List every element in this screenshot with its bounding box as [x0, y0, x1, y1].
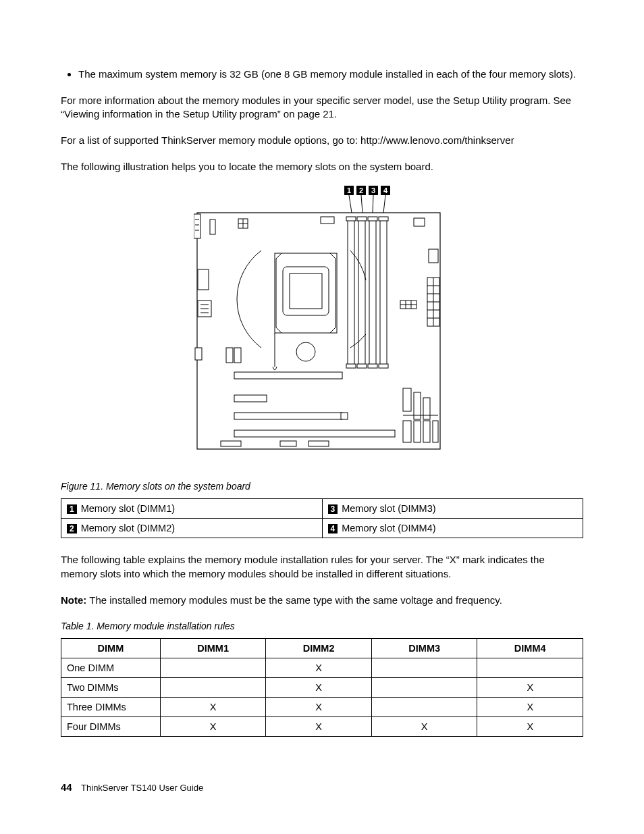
thinkserver-link[interactable]: http://www.lenovo.com/thinkserver	[360, 134, 514, 146]
paragraph-illustration-intro: The following illustration helps you to …	[61, 160, 583, 174]
svg-rect-67	[308, 441, 329, 446]
rules-cell	[160, 658, 266, 677]
svg-rect-29	[368, 217, 377, 221]
figure-caption: Figure 11. Memory slots on the system bo…	[61, 480, 583, 493]
system-board-diagram: 1 2 3 4	[194, 186, 450, 456]
svg-rect-24	[358, 218, 365, 367]
table-caption: Table 1. Memory module installation rule…	[61, 620, 583, 633]
svg-rect-21	[321, 217, 334, 224]
svg-rect-47	[234, 348, 241, 363]
svg-line-11	[383, 195, 385, 213]
svg-rect-34	[379, 364, 388, 368]
chip-number: 4	[328, 524, 338, 533]
table-row: One DIMM X	[61, 658, 583, 677]
bullet-item: The maximum system memory is 32 GB (one …	[78, 68, 583, 82]
svg-line-8	[349, 195, 352, 213]
svg-rect-62	[234, 413, 342, 419]
paragraph-more-info: For more information about the memory mo…	[61, 94, 583, 122]
table-row: Three DIMMs X X X	[61, 697, 583, 716]
rules-header: DIMM4	[477, 638, 583, 658]
rules-cell: Two DIMMs	[61, 677, 161, 697]
svg-rect-64	[234, 430, 395, 437]
svg-rect-32	[357, 364, 367, 368]
svg-rect-63	[341, 413, 348, 419]
svg-rect-46	[226, 348, 233, 363]
svg-rect-60	[234, 372, 342, 379]
svg-text:3: 3	[371, 186, 375, 194]
svg-rect-27	[346, 217, 356, 221]
callouts-table: 1 Memory slot (DIMM1) 3 Memory slot (DIM…	[61, 498, 583, 538]
svg-rect-26	[380, 218, 387, 367]
rules-cell: X	[266, 658, 372, 677]
svg-rect-13	[194, 214, 200, 238]
callout-label: Memory slot (DIMM3)	[342, 503, 435, 514]
rules-cell: X	[477, 697, 583, 716]
svg-rect-66	[280, 441, 296, 446]
svg-rect-72	[414, 421, 421, 442]
rules-header: DIMM	[61, 638, 161, 658]
callout-label: Memory slot (DIMM1)	[81, 503, 175, 514]
rules-cell	[160, 677, 266, 697]
svg-line-9	[361, 195, 363, 213]
paragraph-list-options: For a list of supported ThinkServer memo…	[61, 134, 583, 148]
callout-label: Memory slot (DIMM2)	[81, 523, 175, 533]
rules-cell: X	[266, 677, 372, 697]
figure-system-board: 1 2 3 4	[61, 186, 583, 460]
chip-number: 1	[67, 504, 77, 514]
svg-rect-48	[429, 249, 438, 263]
svg-rect-30	[379, 217, 388, 221]
rules-cell: X	[266, 697, 372, 716]
svg-rect-25	[369, 218, 376, 367]
document-page: The maximum system memory is 32 GB (one …	[0, 0, 644, 834]
chip-number: 3	[328, 504, 338, 514]
callout-label: Memory slot (DIMM4)	[342, 523, 435, 533]
page-number: 44	[61, 781, 72, 793]
svg-rect-65	[221, 441, 241, 446]
svg-rect-73	[423, 421, 430, 442]
callout-cell: 2 Memory slot (DIMM2)	[61, 519, 323, 538]
rules-header: DIMM1	[160, 638, 266, 658]
rules-cell	[371, 677, 477, 697]
rules-cell: X	[477, 716, 583, 736]
page-footer: 44 ThinkServer TS140 User Guide	[61, 781, 203, 795]
callout-cell: 3 Memory slot (DIMM3)	[322, 499, 583, 519]
svg-line-10	[373, 195, 373, 213]
rules-cell: X	[477, 677, 583, 697]
callout-cell: 1 Memory slot (DIMM1)	[61, 499, 323, 519]
svg-text:2: 2	[359, 186, 363, 194]
rules-cell: X	[160, 716, 266, 736]
rules-cell	[371, 697, 477, 716]
rules-table: DIMM DIMM1 DIMM2 DIMM3 DIMM4 One DIMM X …	[61, 638, 583, 737]
svg-rect-70	[423, 398, 430, 419]
text: For a list of supported ThinkServer memo…	[61, 134, 360, 146]
note-paragraph: Note: The installed memory modules must …	[61, 594, 583, 608]
svg-rect-40	[198, 269, 209, 290]
svg-rect-31	[346, 364, 356, 368]
svg-text:1: 1	[347, 186, 351, 194]
svg-rect-61	[234, 395, 267, 402]
rules-cell: Four DIMMs	[61, 716, 161, 736]
table-row: Four DIMMs X X X X	[61, 716, 583, 736]
note-text: The installed memory modules must be the…	[86, 594, 502, 606]
rules-header: DIMM3	[371, 638, 477, 658]
rules-cell: One DIMM	[61, 658, 161, 677]
bullet-list: The maximum system memory is 32 GB (one …	[61, 68, 583, 82]
svg-rect-74	[433, 421, 438, 442]
rules-cell	[371, 658, 477, 677]
svg-rect-17	[210, 219, 215, 234]
chip-number: 2	[67, 524, 77, 533]
footer-text: ThinkServer TS140 User Guide	[81, 783, 203, 793]
svg-rect-22	[414, 218, 425, 226]
svg-rect-33	[368, 364, 377, 368]
table-row: Two DIMMs X X	[61, 677, 583, 697]
rules-header: DIMM2	[266, 638, 372, 658]
note-label: Note:	[61, 594, 86, 606]
paragraph-table-intro: The following table explains the memory …	[61, 553, 583, 581]
svg-rect-23	[348, 218, 354, 367]
rules-cell	[477, 658, 583, 677]
svg-rect-68	[403, 388, 411, 411]
rules-cell: X	[371, 716, 477, 736]
svg-rect-45	[195, 348, 202, 360]
svg-rect-71	[403, 421, 411, 442]
rules-cell: X	[266, 716, 372, 736]
